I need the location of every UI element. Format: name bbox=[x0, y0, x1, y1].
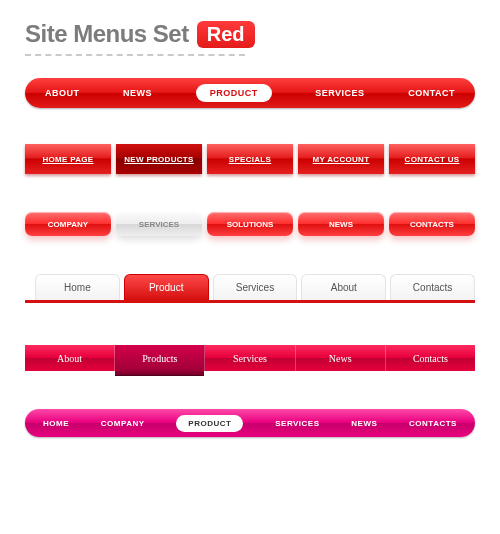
title-divider bbox=[25, 54, 245, 56]
menu4-services[interactable]: Services bbox=[213, 274, 298, 300]
menu3-services[interactable]: SERVICES bbox=[116, 212, 202, 236]
menu3-company[interactable]: COMPANY bbox=[25, 212, 111, 236]
menu-blocks-red: HOME PAGE NEW PRODUCTS SPECIALS MY ACCOU… bbox=[25, 144, 475, 174]
menu5-services[interactable]: Services bbox=[205, 345, 295, 371]
menu2-specials[interactable]: SPECIALS bbox=[207, 144, 293, 174]
menu6-news[interactable]: NEWS bbox=[351, 419, 377, 428]
menu6-contacts[interactable]: CONTACTS bbox=[409, 419, 457, 428]
menu5-products[interactable]: Products bbox=[115, 345, 205, 371]
menu2-new-products[interactable]: NEW PRODUCTS bbox=[116, 144, 202, 174]
menu3-news[interactable]: NEWS bbox=[298, 212, 384, 236]
title-badge: Red bbox=[197, 21, 255, 48]
menu6-home[interactable]: HOME bbox=[43, 419, 69, 428]
menu5-news[interactable]: News bbox=[296, 345, 386, 371]
menu3-solutions[interactable]: SOLUTIONS bbox=[207, 212, 293, 236]
menu-tabs-wrap: Home Product Services About Contacts bbox=[25, 274, 475, 303]
menu2-contact[interactable]: CONTACT US bbox=[389, 144, 475, 174]
menu1-services[interactable]: SERVICES bbox=[315, 88, 364, 98]
menu1-news[interactable]: NEWS bbox=[123, 88, 152, 98]
menu4-about[interactable]: About bbox=[301, 274, 386, 300]
menu5-about[interactable]: About bbox=[25, 345, 115, 371]
menu6-company[interactable]: COMPANY bbox=[101, 419, 145, 428]
menu-rounded-buttons: COMPANY SERVICES SOLUTIONS NEWS CONTACTS bbox=[25, 212, 475, 236]
menu-pill-pink: HOME COMPANY PRODUCT SERVICES NEWS CONTA… bbox=[25, 409, 475, 437]
menu1-about[interactable]: ABOUT bbox=[45, 88, 80, 98]
menu-tabs: Home Product Services About Contacts bbox=[25, 274, 475, 300]
menu2-home[interactable]: HOME PAGE bbox=[25, 144, 111, 174]
menu6-product[interactable]: PRODUCT bbox=[176, 415, 243, 432]
page-title-row: Site Menus Set Red bbox=[25, 20, 475, 48]
menu2-account[interactable]: MY ACCOUNT bbox=[298, 144, 384, 174]
page-title: Site Menus Set bbox=[25, 20, 189, 48]
menu4-home[interactable]: Home bbox=[35, 274, 120, 300]
menu-bar-magenta: About Products Services News Contacts bbox=[25, 345, 475, 371]
menu4-contacts[interactable]: Contacts bbox=[390, 274, 475, 300]
menu1-product[interactable]: PRODUCT bbox=[196, 84, 272, 102]
menu6-services[interactable]: SERVICES bbox=[275, 419, 319, 428]
menu1-contact[interactable]: CONTACT bbox=[408, 88, 455, 98]
menu5-contacts[interactable]: Contacts bbox=[386, 345, 475, 371]
menu4-product[interactable]: Product bbox=[124, 274, 209, 300]
menu3-contacts[interactable]: CONTACTS bbox=[389, 212, 475, 236]
menu-pill-red: ABOUT NEWS PRODUCT SERVICES CONTACT bbox=[25, 78, 475, 108]
